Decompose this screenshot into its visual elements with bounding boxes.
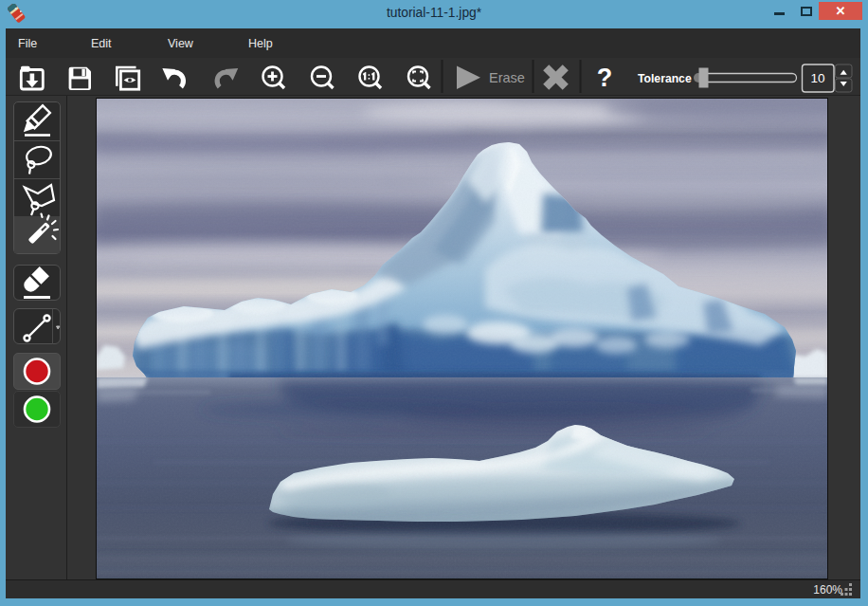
svg-text:Erase: Erase bbox=[489, 70, 525, 85]
svg-text:10: 10 bbox=[810, 71, 824, 85]
svg-text:?: ? bbox=[597, 64, 613, 92]
svg-text:Tolerance: Tolerance bbox=[638, 72, 692, 85]
